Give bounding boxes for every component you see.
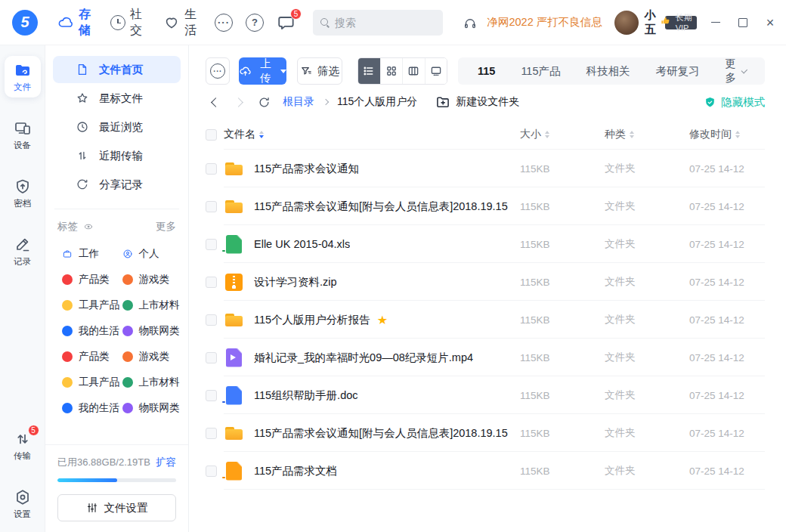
folder-tab[interactable]: 115 bbox=[478, 65, 495, 77]
file-name[interactable]: 115产品需求会议通知[附与会人员信息表]2018.19.15 bbox=[254, 200, 508, 214]
row-checkbox[interactable] bbox=[206, 352, 217, 363]
file-name[interactable]: Elle UK 2015-04.xls bbox=[254, 238, 350, 250]
tag-item[interactable]: 物联网类 bbox=[122, 395, 183, 421]
sort-icon[interactable] bbox=[259, 131, 264, 138]
table-row[interactable]: 设计学习资料.zip 115KB 文件夹 07-25 14-12 bbox=[206, 263, 765, 301]
file-name[interactable]: 115产品需求会议通知 bbox=[254, 162, 359, 176]
refresh-icon[interactable] bbox=[254, 92, 274, 112]
filter-button[interactable]: 筛选 bbox=[297, 57, 342, 85]
tag-dot-icon bbox=[122, 351, 133, 362]
sidebar-item-transfers[interactable]: 近期传输 bbox=[53, 142, 181, 169]
avatar[interactable] bbox=[614, 11, 639, 35]
sort-icon[interactable] bbox=[630, 131, 634, 138]
table-row[interactable]: Elle UK 2015-04.xls 115KB 文件夹 07-25 14-1… bbox=[206, 225, 765, 263]
close-button[interactable]: × bbox=[765, 17, 775, 28]
sort-icon[interactable] bbox=[545, 131, 549, 138]
eye-icon[interactable] bbox=[82, 222, 94, 231]
sidebar-item-recent[interactable]: 最近浏览 bbox=[53, 113, 181, 141]
tag-item[interactable]: 产品类 bbox=[62, 344, 122, 370]
col-name-header[interactable]: 文件名 bbox=[224, 128, 255, 141]
tag-item[interactable]: 我的生活 bbox=[62, 395, 122, 421]
folder-tab[interactable]: 115产品 bbox=[521, 64, 560, 79]
help-icon[interactable]: ? bbox=[246, 14, 264, 32]
rail-item-vault[interactable]: 密档 bbox=[5, 172, 41, 214]
nav-social[interactable]: 社交 bbox=[110, 7, 144, 39]
col-type-header[interactable]: 种类 bbox=[605, 128, 626, 141]
row-checkbox[interactable] bbox=[206, 314, 217, 326]
tag-item[interactable]: 工作 bbox=[62, 241, 122, 267]
row-checkbox[interactable] bbox=[206, 163, 217, 175]
nav-life[interactable]: 生活 bbox=[163, 7, 196, 39]
rail-item-records[interactable]: 记录 bbox=[5, 230, 41, 272]
tabs-more[interactable]: 更多 bbox=[726, 57, 746, 85]
table-row[interactable]: 婚礼记录_我的幸福时光09—08纪录短片.mp4 115KB 文件夹 07-25… bbox=[206, 339, 765, 376]
sidebar-item-shares[interactable]: 分享记录 bbox=[53, 171, 181, 198]
tag-item[interactable]: 上市材料 bbox=[122, 370, 183, 395]
row-checkbox[interactable] bbox=[206, 390, 217, 401]
tag-item[interactable]: 游戏类 bbox=[122, 344, 183, 370]
tag-item[interactable]: 游戏类 bbox=[122, 267, 183, 292]
col-size-header[interactable]: 大小 bbox=[520, 128, 541, 141]
minimize-button[interactable] bbox=[710, 17, 721, 28]
row-checkbox[interactable] bbox=[206, 201, 217, 212]
nav-storage[interactable]: 存储 bbox=[57, 7, 91, 39]
table-row[interactable]: 115产品需求会议通知[附与会人员信息表]2018.19.15 115KB 文件… bbox=[206, 414, 765, 452]
file-name[interactable]: 115产品需求文档 bbox=[254, 464, 337, 478]
rail-item-settings[interactable]: 设置 bbox=[5, 483, 41, 524]
user-area[interactable]: 小五 长期VIP bbox=[614, 8, 697, 37]
maximize-button[interactable] bbox=[738, 17, 748, 28]
file-name[interactable]: 115个人版用户分析报告 bbox=[254, 313, 370, 327]
tag-item[interactable]: 工具产品 bbox=[62, 370, 122, 395]
file-name[interactable]: 婚礼记录_我的幸福时光09—08纪录短片.mp4 bbox=[254, 351, 473, 365]
tag-item[interactable]: 上市材料 bbox=[122, 292, 183, 318]
column-view-button[interactable] bbox=[402, 58, 424, 84]
search-input[interactable] bbox=[335, 17, 435, 29]
file-settings-button[interactable]: 文件设置 bbox=[57, 494, 176, 521]
more-apps-icon[interactable]: ··· bbox=[215, 14, 233, 32]
file-name[interactable]: 115产品需求会议通知[附与会人员信息表]2018.19.15 bbox=[254, 426, 508, 441]
back-button[interactable] bbox=[206, 92, 225, 112]
folder-tab[interactable]: 科技相关 bbox=[586, 64, 630, 79]
row-checkbox[interactable] bbox=[206, 239, 217, 250]
sidebar-item-starred[interactable]: 星标文件 bbox=[53, 85, 181, 112]
grid-view-button[interactable] bbox=[380, 58, 402, 84]
shield-check-icon bbox=[704, 96, 716, 109]
rail-item-files[interactable]: 文件 bbox=[5, 56, 41, 97]
tag-item[interactable]: 物联网类 bbox=[122, 318, 183, 344]
table-row[interactable]: 115产品需求文档 115KB 文件夹 07-25 14-12 bbox=[206, 452, 765, 490]
row-checkbox[interactable] bbox=[206, 277, 217, 288]
row-checkbox[interactable] bbox=[206, 466, 217, 477]
search-box[interactable] bbox=[313, 10, 443, 36]
new-folder-button[interactable]: 新建设文件夹 bbox=[435, 94, 519, 110]
expand-storage-link[interactable]: 扩容 bbox=[156, 456, 176, 469]
table-row[interactable]: 115组织帮助手册.doc 115KB 文件夹 07-25 14-12 bbox=[206, 376, 765, 414]
tags-more-link[interactable]: 更多 bbox=[156, 220, 176, 234]
list-view-button[interactable] bbox=[358, 58, 380, 84]
preview-view-button[interactable] bbox=[425, 58, 447, 84]
rail-item-devices[interactable]: 设备 bbox=[5, 114, 41, 156]
headphones-icon[interactable] bbox=[463, 17, 478, 29]
tag-item[interactable]: 我的生活 bbox=[62, 318, 122, 344]
forward-button[interactable] bbox=[228, 92, 248, 112]
row-checkbox[interactable] bbox=[206, 428, 217, 439]
tag-item[interactable]: 产品类 bbox=[62, 267, 122, 292]
table-row[interactable]: 115产品需求会议通知 115KB 文件夹 07-25 14-12 bbox=[206, 150, 765, 187]
upload-button[interactable]: 上传 bbox=[239, 57, 286, 85]
table-row[interactable]: 115产品需求会议通知[附与会人员信息表]2018.19.15 115KB 文件… bbox=[206, 187, 765, 225]
col-time-header[interactable]: 修改时间 bbox=[689, 128, 732, 141]
select-all-checkbox[interactable] bbox=[206, 129, 217, 141]
tag-item[interactable]: 个人 bbox=[122, 241, 183, 267]
file-name[interactable]: 115组织帮助手册.doc bbox=[254, 388, 358, 403]
titlebar: 5 存储 社交 生活 ··· ? bbox=[0, 0, 786, 45]
table-row[interactable]: 115个人版用户分析报告 ★ 115KB 文件夹 07-25 14-12 bbox=[206, 301, 765, 339]
file-name[interactable]: 设计学习资料.zip bbox=[254, 275, 337, 289]
breadcrumb-root[interactable]: 根目录 bbox=[283, 95, 314, 109]
sidebar-item-file-home[interactable]: 文件首页 bbox=[53, 56, 181, 83]
more-actions-button[interactable]: ··· bbox=[206, 57, 230, 85]
folder-tab[interactable]: 考研复习 bbox=[656, 64, 700, 79]
rail-item-transfer[interactable]: 传输 5 bbox=[5, 425, 41, 466]
hidden-mode-toggle[interactable]: 隐藏模式 bbox=[704, 95, 765, 110]
tag-item[interactable]: 工具产品 bbox=[62, 292, 122, 318]
messages-icon[interactable]: 5 bbox=[277, 13, 296, 32]
sort-icon[interactable] bbox=[735, 131, 740, 138]
